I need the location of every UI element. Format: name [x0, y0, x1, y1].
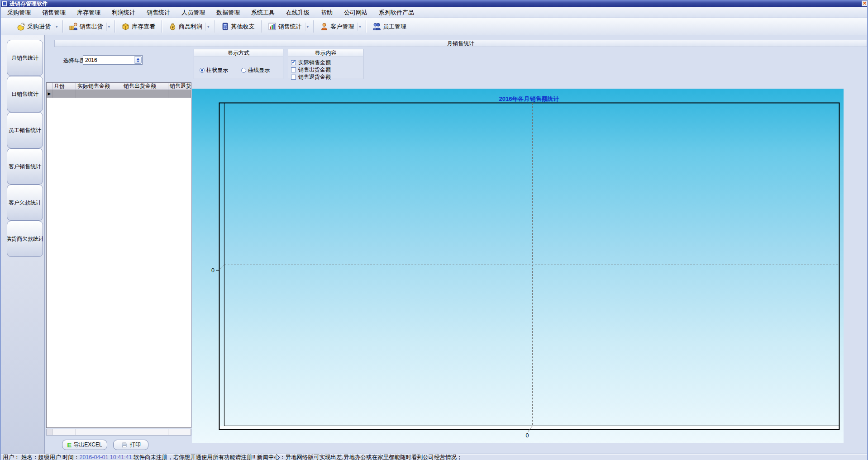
menu-item-purchase[interactable]: 采购管理 — [5, 8, 33, 18]
column-header-actual-sales[interactable]: 实际销售金额 — [76, 83, 122, 90]
table-footer-row — [46, 429, 191, 436]
title-bar: 进销存管理软件 ✕ — [1, 0, 868, 7]
sidebar-item-customer-sales[interactable]: 客户销售统计 — [7, 148, 43, 185]
checkbox-icon — [291, 67, 296, 72]
product-profit-dropdown-icon[interactable]: ▾ — [205, 23, 211, 31]
chart-outer-frame — [219, 103, 839, 430]
menu-item-data[interactable]: 数据管理 — [214, 8, 242, 18]
main-area: 月销售统计 日销售统计 员工销售统计 客户销售统计 客户欠款统计 供货商欠款统计… — [1, 35, 868, 454]
display-mode-title: 显示方式 — [194, 49, 283, 57]
menu-item-sales-stats[interactable]: 销售统计 — [144, 8, 172, 18]
chart-plot: 0 0 — [192, 89, 844, 443]
menu-bar: 采购管理 销售管理 库存管理 利润统计 销售统计 人员管理 数据管理 系统工具 … — [1, 7, 868, 18]
status-bar: 用户： 姓名：超级用户 时间：2016-04-01 10:41:41 软件尚未注… — [1, 454, 868, 460]
sales-shipment-dropdown-icon[interactable]: ▾ — [106, 23, 112, 31]
display-mode-panel: 显示方式 柱状显示 曲线显示 — [194, 49, 283, 79]
toolbar-separator — [366, 20, 366, 33]
chart-y-tick-label: 0 — [211, 267, 215, 274]
toolbar: 采购进货 ▾ 销售出货 ▾ 库存查看 ¥ 商品利润 ▾ 其他收支 销售统计 — [1, 18, 868, 35]
printer-icon — [121, 441, 128, 449]
product-profit-icon: ¥ — [168, 22, 177, 31]
checkbox-actual-sales[interactable]: 实际销售金额 — [291, 59, 331, 66]
spin-down-icon — [137, 61, 139, 62]
other-income-expense-icon — [221, 22, 229, 31]
sales-chart: 2016年各月销售额统计 0 0 — [192, 89, 844, 443]
display-content-panel: 显示内容 实际销售金额 销售出货金额 销售退货金额 — [288, 49, 363, 79]
row-arrow-icon: ▶ — [48, 91, 51, 96]
row-selector-header — [47, 83, 52, 90]
table-row[interactable]: ▶ — [47, 90, 191, 98]
product-profit-button[interactable]: ¥ 商品利润 — [165, 20, 205, 33]
toolbar-separator — [261, 20, 262, 33]
menu-item-sales[interactable]: 销售管理 — [40, 8, 68, 18]
toolbar-separator — [313, 20, 314, 33]
sidebar-item-employee-sales[interactable]: 员工销售统计 — [7, 112, 43, 148]
checkbox-icon — [291, 75, 296, 80]
checkbox-sales-shipment[interactable]: 销售出货金额 — [291, 66, 331, 74]
sidebar-item-daily-sales[interactable]: 日销售统计 — [7, 76, 43, 112]
menu-item-profit[interactable]: 利润统计 — [110, 8, 138, 18]
app-window: 进销存管理软件 ✕ 采购管理 销售管理 库存管理 利润统计 销售统计 人员管理 … — [0, 0, 868, 460]
menu-item-online-upgrade[interactable]: 在线升级 — [284, 8, 312, 18]
status-user-info: 用户： 姓名：超级用户 时间： — [3, 454, 79, 460]
excel-icon: E — [67, 441, 72, 448]
menu-item-system-tools[interactable]: 系统工具 — [249, 8, 277, 18]
chart-x-tick-label: 0 — [526, 432, 529, 439]
status-time: 2016-04-01 10:41:41 — [79, 454, 132, 460]
menu-item-products[interactable]: 系列软件产品 — [377, 8, 416, 18]
sales-shipment-icon — [69, 22, 78, 31]
sidebar-item-customer-debt[interactable]: 客户欠款统计 — [7, 185, 43, 221]
radio-icon — [200, 68, 205, 73]
row-selector-cell: ▶ — [47, 90, 52, 98]
customer-management-icon — [320, 22, 329, 31]
spin-up-icon — [137, 58, 139, 60]
close-icon[interactable]: ✕ — [862, 0, 868, 6]
customer-management-dropdown-icon[interactable]: ▾ — [357, 23, 362, 31]
export-excel-button[interactable]: E 导出EXCEL — [62, 440, 107, 450]
toolbar-separator — [62, 20, 63, 33]
svg-text:¥: ¥ — [172, 25, 174, 29]
column-header-sales-return[interactable]: 销售退货金额 — [168, 83, 191, 90]
year-select-value: 2016 — [83, 57, 134, 63]
sidebar: 月销售统计 日销售统计 员工销售统计 客户销售统计 客户欠款统计 供货商欠款统计 — [1, 35, 45, 454]
toolbar-separator — [214, 20, 215, 33]
window-title: 进销存管理软件 — [10, 0, 48, 8]
radio-line-display[interactable]: 曲线显示 — [241, 66, 270, 74]
toolbar-separator — [162, 20, 162, 33]
menu-item-inventory[interactable]: 库存管理 — [75, 8, 103, 18]
employee-management-button[interactable]: 员工管理 — [369, 20, 410, 33]
toolbar-separator — [114, 20, 115, 33]
column-header-sales-shipment[interactable]: 销售出货金额 — [122, 83, 168, 90]
sales-statistics-dropdown-icon[interactable]: ▾ — [305, 23, 310, 31]
sales-statistics-icon — [268, 22, 277, 31]
employee-management-icon — [372, 22, 381, 31]
year-select-input[interactable]: 2016 — [83, 55, 143, 65]
sidebar-item-monthly-sales[interactable]: 月销售统计 — [7, 40, 43, 76]
menu-item-help[interactable]: 帮助 — [319, 8, 335, 18]
status-message: 软件尚未注册，若你想开通使用所有功能请注册!! 新闻中心：异地网络版可实现出差,… — [132, 454, 463, 460]
checkbox-sales-return[interactable]: 销售退货金额 — [291, 73, 331, 81]
table-header-row: 月份 实际销售金额 销售出货金额 销售退货金额 — [47, 83, 191, 90]
page-title: 月销售统计 — [54, 40, 867, 47]
customer-management-button[interactable]: 客户管理 — [317, 20, 357, 33]
inventory-view-icon — [121, 22, 130, 31]
menu-item-company-site[interactable]: 公司网站 — [342, 8, 370, 18]
chart-floor — [220, 426, 839, 429]
radio-bar-display[interactable]: 柱状显示 — [200, 66, 228, 74]
year-spinner[interactable] — [134, 56, 142, 64]
purchase-goods-button[interactable]: 采购进货 — [14, 20, 54, 33]
app-icon — [2, 1, 7, 6]
chart-y-tick-connector — [219, 265, 224, 270]
sales-table: 月份 实际销售金额 销售出货金额 销售退货金额 ▶ — [46, 82, 191, 428]
print-button[interactable]: 打印 — [113, 440, 148, 450]
menu-item-personnel[interactable]: 人员管理 — [179, 8, 207, 18]
other-income-expense-button[interactable]: 其他收支 — [218, 20, 258, 33]
inventory-view-button[interactable]: 库存查看 — [118, 20, 158, 33]
sidebar-item-supplier-debt[interactable]: 供货商欠款统计 — [7, 221, 43, 257]
radio-icon — [241, 68, 246, 73]
column-header-month[interactable]: 月份 — [52, 83, 76, 90]
sales-shipment-button[interactable]: 销售出货 — [66, 20, 106, 33]
checkbox-icon — [291, 60, 296, 65]
purchase-goods-dropdown-icon[interactable]: ▾ — [54, 23, 59, 31]
sales-statistics-button[interactable]: 销售统计 — [265, 20, 305, 33]
